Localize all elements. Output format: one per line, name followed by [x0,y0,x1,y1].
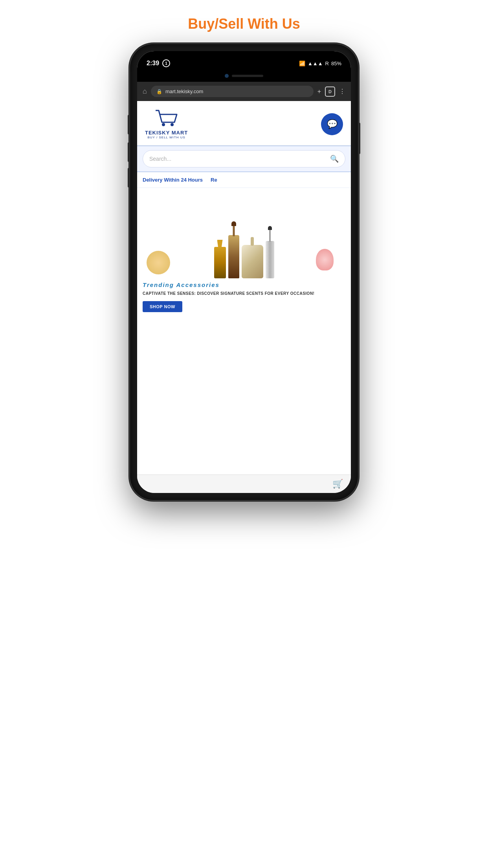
shop-now-button[interactable]: SHOP NOW [143,301,182,312]
website-header: TEKISKY MART BUY / SELL WITH US 💬 [137,101,351,145]
svg-point-1 [171,123,174,126]
perfume-scene [143,192,345,278]
logo-tagline: BUY / SELL WITH US [148,136,185,139]
camera-sensor [225,74,229,78]
phone-frame: 2:39 1 📶 ▲▲▲ R 85% ⌂ 🔒 mart.tekisky.com … [130,44,358,500]
browser-home-button[interactable]: ⌂ [143,87,147,96]
logo-area: TEKISKY MART BUY / SELL WITH US [145,109,188,139]
banner-text-area: Trending Accessories CAPTIVATE THE SENSE… [143,278,345,312]
url-security-icon: 🔒 [156,89,162,94]
search-placeholder: Search... [149,156,171,162]
bottom-nav-icon[interactable]: 🛒 [332,479,343,489]
battery-indicator: 85% [331,61,341,66]
chat-icon: 💬 [327,119,338,129]
browser-url-bar[interactable]: 🔒 mart.tekisky.com [151,86,314,97]
url-text: mart.tekisky.com [165,88,204,94]
flower-left [147,251,170,274]
wifi-icon: 📶 [299,61,305,66]
status-right: 📶 ▲▲▲ R 85% [299,61,341,66]
cart-logo-icon [155,109,178,128]
chat-button[interactable]: 💬 [321,113,343,135]
banner-description: CAPTIVATE THE SENSES: DISCOVER SIGNATURE… [143,291,345,296]
speaker-bar [232,75,263,77]
svg-point-0 [162,123,165,126]
status-bar: 2:39 1 📶 ▲▲▲ R 85% [137,51,351,74]
bottle-gold [214,247,226,278]
roaming-icon: R [325,61,329,66]
new-tab-button[interactable]: + [317,88,321,95]
tab-partial[interactable]: Re [211,177,217,183]
search-icon[interactable]: 🔍 [330,154,339,163]
phone-screen: 2:39 1 📶 ▲▲▲ R 85% ⌂ 🔒 mart.tekisky.com … [137,51,351,493]
bottle-tall [228,235,239,278]
category-tabs: Delivery Within 24 Hours Re [137,172,351,188]
bottle-slim [266,241,274,278]
status-left: 2:39 1 [147,59,170,67]
notch-area [137,74,351,82]
bottle-round [242,245,263,278]
page-title: Buy/Sell With Us [188,16,300,32]
flower-right [316,249,334,270]
banner-image [143,192,345,278]
status-time: 2:39 [147,60,159,67]
trending-label: Trending Accessories [143,281,345,288]
notification-badge: 1 [162,59,170,67]
tab-delivery[interactable]: Delivery Within 24 Hours [143,177,203,183]
logo-name: TEKISKY MART [145,130,188,136]
website-content: TEKISKY MART BUY / SELL WITH US 💬 Search… [137,101,351,493]
tab-switcher-button[interactable]: D [325,86,335,97]
signal-icon: ▲▲▲ [308,61,323,66]
search-section: Search... 🔍 [137,145,351,172]
banner-section: Trending Accessories CAPTIVATE THE SENSE… [137,188,351,474]
search-bar[interactable]: Search... 🔍 [143,150,345,167]
bottom-bar: 🛒 [137,474,351,493]
browser-menu-button[interactable]: ⋮ [339,88,345,95]
browser-bar: ⌂ 🔒 mart.tekisky.com + D ⋮ [137,82,351,101]
